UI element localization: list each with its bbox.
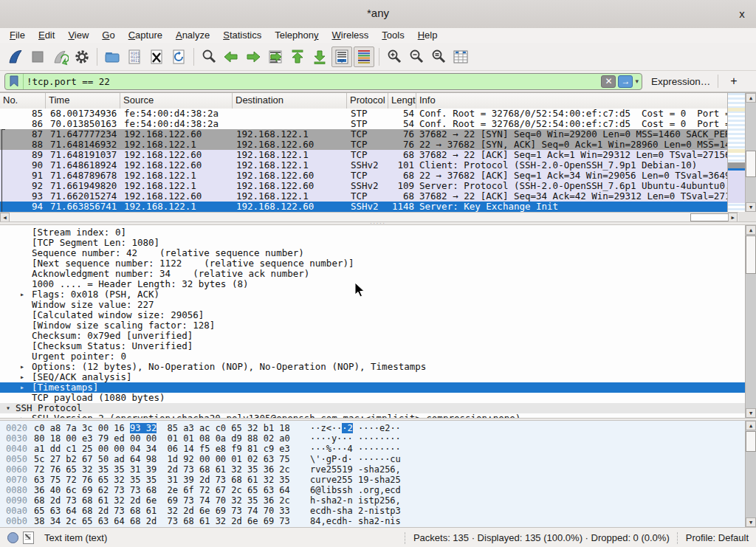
scrollbar-thumb[interactable] <box>746 151 756 177</box>
hex-bytes[interactable]: 36 40 6c 69 62 73 73 68 2e 6f 72 67 2c 6… <box>34 485 290 495</box>
detail-line[interactable]: Sequence number: 42 (relative sequence n… <box>0 248 745 258</box>
hex-row[interactable]: 008036 40 6c 69 62 73 73 68 2e 6f 72 67 … <box>0 485 745 495</box>
packet-row[interactable]: 8771.647777234192.168.122.60192.168.122.… <box>0 129 727 140</box>
menu-help[interactable]: Help <box>411 28 444 43</box>
detail-line[interactable]: ▸Options: (12 bytes), No-Operation (NOP)… <box>0 362 745 372</box>
hex-bytes[interactable]: 38 34 2c 65 63 64 68 2d 73 68 61 32 2d 6… <box>34 516 290 526</box>
scroll-down-icon[interactable]: ▼ <box>746 408 756 418</box>
hex-bytes[interactable]: a1 dd c1 25 00 00 04 34 06 14 f5 e8 f9 8… <box>34 444 290 454</box>
menu-wireless[interactable]: Wireless <box>326 28 376 43</box>
detail-line[interactable]: Acknowledgment number: 34 (relative ack … <box>0 269 745 279</box>
capture-options-button[interactable] <box>72 47 92 67</box>
profile-indicator[interactable]: Profile: Default <box>686 532 749 543</box>
auto-scroll-toggle[interactable] <box>331 47 352 67</box>
column-header-no[interactable]: No. <box>0 93 46 109</box>
detail-line[interactable]: [TCP Segment Len: 1080] <box>0 238 745 248</box>
go-last-button[interactable] <box>309 47 330 67</box>
go-first-button[interactable] <box>287 47 308 67</box>
column-header-protocol[interactable]: Protocol <box>347 93 388 109</box>
packet-row[interactable]: 8670.013850163fe:54:00:d4:38:2aSTP54Conf… <box>0 119 727 129</box>
packet-row[interactable]: 8971.648191037192.168.122.60192.168.122.… <box>0 150 727 160</box>
scroll-up-icon[interactable]: ▲ <box>746 93 756 103</box>
zoom-out-button[interactable] <box>406 47 427 67</box>
menu-edit[interactable]: Edit <box>32 28 61 43</box>
detail-line[interactable]: ▸[Timestamps] <box>0 382 745 393</box>
collapse-arrow-icon[interactable]: ▾ <box>6 403 10 413</box>
detail-line[interactable]: TCP payload (1080 bytes) <box>0 393 745 403</box>
ascii-bytes[interactable]: ecdh-sha 2-nistp3 <box>310 506 401 516</box>
restart-capture-button[interactable] <box>49 47 70 67</box>
expression-button[interactable]: Expression… <box>651 76 710 87</box>
colorize-toggle[interactable] <box>354 47 374 67</box>
column-header-source[interactable]: Source <box>120 93 233 109</box>
go-forward-button[interactable] <box>243 47 264 67</box>
details-vscrollbar[interactable]: ▲ ▼ <box>745 225 756 418</box>
hex-row[interactable]: 003080 18 00 e3 79 ed 00 00 01 01 08 0a … <box>0 433 745 444</box>
hex-row[interactable]: 00a065 63 64 68 2d 73 68 61 32 2d 6e 69 … <box>0 506 745 516</box>
resize-columns-button[interactable] <box>450 47 471 67</box>
ascii-bytes[interactable]: \'·gP·d· ······cu <box>310 454 401 464</box>
packet-row[interactable]: 9271.661949820192.168.122.1192.168.122.6… <box>0 181 727 191</box>
column-header-time[interactable]: Time <box>46 93 120 109</box>
hex-row[interactable]: 0040a1 dd c1 25 00 00 04 34 06 14 f5 e8 … <box>0 444 745 454</box>
ascii-bytes[interactable]: ··z<···2 ····e2·· <box>310 423 401 433</box>
hex-bytes[interactable]: 72 76 65 32 35 35 31 39 2d 73 68 61 32 3… <box>34 464 290 475</box>
scrollbar-thumb[interactable] <box>746 431 756 452</box>
open-file-button[interactable] <box>102 47 123 67</box>
go-to-packet-button[interactable] <box>265 47 286 67</box>
detail-line[interactable]: ▸[SEQ/ACK analysis] <box>0 372 745 382</box>
hex-bytes[interactable]: 5c 27 b2 67 50 ad 64 98 1d 92 00 00 01 0… <box>34 454 290 464</box>
packet-row[interactable]: 9171.648789678192.168.122.1192.168.122.6… <box>0 171 727 181</box>
apply-filter-button[interactable]: → <box>618 75 633 88</box>
display-filter-field[interactable]: !tcp.port == 22 ✕ → ▾ <box>4 73 642 90</box>
detail-line[interactable]: ▸Flags: 0x018 (PSH, ACK) <box>0 289 745 300</box>
scroll-down-icon[interactable]: ▼ <box>746 202 756 212</box>
scroll-up-icon[interactable]: ▲ <box>746 225 756 235</box>
detail-line[interactable]: Checksum: 0x79ed [unverified] <box>0 331 745 341</box>
menu-statistics[interactable]: Statistics <box>216 28 268 43</box>
add-filter-button[interactable]: + <box>726 75 741 88</box>
hex-row[interactable]: 0020c0 a8 7a 3c 00 16 93 32 85 a3 ac c0 … <box>0 423 745 433</box>
expand-arrow-icon[interactable]: ▸ <box>20 289 24 300</box>
menu-capture[interactable]: Capture <box>122 28 169 43</box>
column-header-info[interactable]: Info <box>416 93 727 109</box>
find-packet-button[interactable] <box>199 47 219 67</box>
hex-bytes[interactable]: 80 18 00 e3 79 ed 00 00 01 01 08 0a d9 8… <box>34 433 290 444</box>
hex-row[interactable]: 007063 75 72 76 65 32 35 35 31 39 2d 73 … <box>0 475 745 485</box>
detail-line[interactable]: [Calculated window size: 29056] <box>0 310 745 320</box>
hex-row[interactable]: 00505c 27 b2 67 50 ad 64 98 1d 92 00 00 … <box>0 454 745 464</box>
detail-line[interactable]: ▾SSH Protocol <box>0 403 745 413</box>
close-window-button[interactable]: x <box>734 6 750 22</box>
hex-bytes[interactable]: c0 a8 7a 3c 00 16 93 32 85 a3 ac c0 65 3… <box>34 423 290 433</box>
save-file-button[interactable]: 010101100011 <box>124 47 145 67</box>
zoom-in-button[interactable] <box>384 47 405 67</box>
menu-telephony[interactable]: Telephony <box>268 28 325 43</box>
start-capture-button[interactable] <box>5 47 26 67</box>
filter-bookmark-icon[interactable] <box>5 73 24 90</box>
column-header-length[interactable]: Length <box>388 93 416 109</box>
detail-line[interactable]: [Stream index: 0] <box>0 227 745 238</box>
hex-row[interactable]: 006072 76 65 32 35 35 31 39 2d 73 68 61 … <box>0 464 745 475</box>
bytes-vscrollbar[interactable]: ▲ ▼ <box>745 421 756 527</box>
hex-bytes[interactable]: 65 63 64 68 2d 73 68 61 32 2d 6e 69 73 7… <box>34 506 290 516</box>
filter-dropdown-caret[interactable]: ▾ <box>635 78 639 85</box>
capture-comment-icon[interactable] <box>23 531 34 544</box>
scrollbar-thumb[interactable] <box>690 213 729 221</box>
ascii-bytes[interactable]: 6@libssh .org,ecd <box>310 485 401 495</box>
detail-line[interactable]: [Window size scaling factor: 128] <box>0 320 745 331</box>
go-back-button[interactable] <box>221 47 241 67</box>
packet-list-vscrollbar[interactable]: ▲ ▼ <box>745 93 756 212</box>
close-file-button[interactable] <box>146 47 167 67</box>
zoom-reset-button[interactable] <box>428 47 449 67</box>
menu-go[interactable]: Go <box>95 28 121 43</box>
ascii-bytes[interactable]: h-sha2-n istp256, <box>310 495 401 506</box>
hex-row[interactable]: 009068 2d 73 68 61 32 2d 6e 69 73 74 70 … <box>0 495 745 506</box>
packet-list-minimap[interactable] <box>727 93 746 212</box>
ascii-bytes[interactable]: curve255 19-sha25 <box>310 475 401 485</box>
menu-view[interactable]: View <box>61 28 95 43</box>
detail-line[interactable]: [Checksum Status: Unverified] <box>0 341 745 351</box>
clear-filter-button[interactable]: ✕ <box>601 75 616 88</box>
detail-line[interactable]: Window size value: 227 <box>0 300 745 310</box>
menu-analyze[interactable]: Analyze <box>169 28 216 43</box>
packet-row[interactable]: 9471.663856741192.168.122.1192.168.122.6… <box>0 202 727 212</box>
